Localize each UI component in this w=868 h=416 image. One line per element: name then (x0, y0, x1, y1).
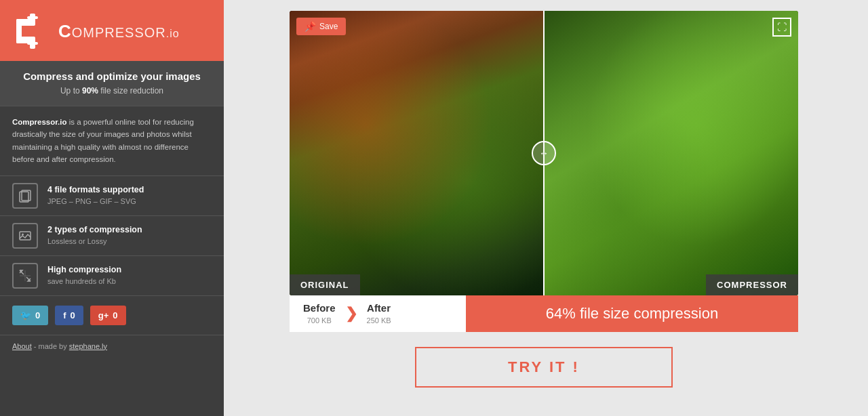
sidebar-tagline: Compress and optimize your images Up to … (0, 61, 224, 106)
logo-icon (14, 12, 52, 50)
image-icon (18, 229, 32, 243)
logo-text-container: COMPRESSOR.io (58, 21, 180, 42)
author-link[interactable]: stephane.ly (69, 342, 107, 350)
svg-point-19 (330, 153, 466, 221)
twitter-icon: 🐦 (20, 310, 31, 320)
svg-point-30 (652, 112, 774, 207)
arrow-icon: ❯ (345, 305, 357, 323)
svg-marker-33 (689, 58, 697, 112)
svg-rect-2 (16, 19, 22, 43)
stats-compression: 64% file size compression (466, 295, 798, 332)
tagline-main: Compress and optimize your images (14, 70, 210, 82)
svg-rect-28 (544, 11, 798, 295)
feature-high-compression-title: High compression (47, 265, 121, 274)
image-comparison[interactable]: 📌 Save ⛶ (290, 11, 798, 295)
sidebar: COMPRESSOR.io Compress and optimize your… (0, 0, 224, 416)
svg-point-31 (585, 163, 720, 224)
svg-point-38 (737, 253, 771, 270)
stats-before-after: Before 700 KB ❯ After 250 KB (290, 295, 466, 332)
stat-before-value: 700 KB (307, 316, 332, 325)
compression-types-icon (12, 223, 38, 249)
twitter-button[interactable]: 🐦 0 (12, 306, 48, 325)
expand-icon: ⛶ (777, 22, 787, 33)
svg-point-10 (22, 233, 24, 235)
feature-compression-text: 2 types of compression Lossless or Lossy (47, 225, 142, 247)
feature-file-formats-sub: JPEG – PNG – GIF – SVG (47, 197, 136, 205)
svg-point-20 (405, 133, 513, 214)
svg-marker-32 (676, 65, 683, 119)
compressed-image (544, 11, 798, 295)
high-compression-icon (12, 263, 38, 289)
feature-high-compression: High compression save hundreds of Kb (0, 256, 224, 296)
about-link[interactable]: About (12, 342, 32, 350)
logo-text: COMPRESSOR.io (58, 21, 180, 41)
compress-icon (18, 269, 32, 283)
svg-rect-15 (290, 11, 544, 295)
file-formats-icon (12, 183, 38, 209)
svg-rect-6 (27, 42, 38, 45)
feature-file-formats-text: 4 file formats supported JPEG – PNG – GI… (47, 185, 144, 207)
svg-point-26 (412, 275, 439, 289)
facebook-button[interactable]: f 0 (55, 306, 83, 325)
drag-arrows-icon: ↔ (539, 148, 549, 159)
try-it-button[interactable]: TRY IT ! (415, 347, 673, 388)
stat-before-label: Before (303, 302, 336, 314)
original-image (290, 11, 544, 295)
tagline-sub-highlight: 90% (82, 86, 98, 96)
logo-suffix: .io (166, 28, 180, 39)
features-list: 4 file formats supported JPEG – PNG – GI… (0, 176, 224, 296)
sidebar-header: COMPRESSOR.io (0, 0, 224, 61)
svg-line-36 (571, 11, 578, 133)
svg-line-37 (646, 11, 659, 99)
svg-point-18 (344, 201, 507, 255)
pin-icon: 📌 (304, 21, 316, 32)
facebook-icon: f (63, 310, 66, 320)
feature-compression-types: 2 types of compression Lossless or Lossy (0, 216, 224, 256)
stats-bar: Before 700 KB ❯ After 250 KB 64% file si… (290, 295, 798, 332)
svg-point-17 (290, 173, 493, 255)
feature-high-compression-text: High compression save hundreds of Kb (47, 265, 121, 287)
clamp-icon (14, 12, 52, 50)
expand-button[interactable]: ⛶ (772, 18, 791, 37)
sidebar-description: Compressor.io is a powerful online tool … (0, 106, 224, 176)
original-iguana-svg (290, 11, 544, 295)
google-icon: g+ (98, 310, 109, 320)
stat-after: After 250 KB (367, 302, 391, 326)
svg-point-21 (303, 79, 412, 214)
google-count: 0 (113, 310, 117, 320)
feature-compression-title: 2 types of compression (47, 225, 142, 234)
footer-separator: - made by (34, 342, 69, 350)
twitter-count: 0 (35, 310, 40, 320)
google-button[interactable]: g+ 0 (90, 306, 126, 325)
social-bar: 🐦 0 f 0 g+ 0 (0, 296, 224, 335)
label-original: ORIGINAL (290, 274, 360, 295)
svg-rect-27 (544, 11, 798, 295)
sidebar-footer: About - made by stephane.ly (0, 335, 224, 357)
svg-rect-16 (290, 11, 544, 295)
main-content: 📌 Save ⛶ (224, 0, 868, 416)
compressed-iguana-svg (544, 11, 798, 295)
svg-point-29 (544, 184, 798, 258)
facebook-count: 0 (71, 310, 75, 320)
stat-before: Before 700 KB (303, 302, 336, 326)
tagline-sub: Up to 90% file size reduction (60, 86, 163, 96)
stat-after-value: 250 KB (367, 316, 391, 325)
stat-after-label: After (367, 302, 391, 314)
svg-marker-34 (703, 62, 711, 116)
svg-line-23 (425, 11, 452, 112)
svg-rect-4 (27, 16, 38, 19)
description-brand: Compressor.io (12, 118, 67, 126)
drag-handle[interactable]: ↔ (532, 141, 556, 165)
logo-text-main: OMPRESSOR (72, 25, 166, 40)
svg-line-24 (479, 11, 493, 133)
feature-high-compression-sub: save hundreds of Kb (47, 277, 116, 285)
feature-compression-sub: Lossless or Lossy (47, 237, 106, 245)
save-label: Save (319, 22, 338, 31)
feature-file-formats: 4 file formats supported JPEG – PNG – GI… (0, 176, 224, 216)
label-compressor: COMPRESSOR (706, 274, 798, 295)
feature-file-formats-title: 4 file formats supported (47, 185, 144, 194)
save-button[interactable]: 📌 Save (296, 18, 346, 35)
copy-file-icon (18, 189, 32, 203)
svg-marker-35 (716, 68, 724, 123)
